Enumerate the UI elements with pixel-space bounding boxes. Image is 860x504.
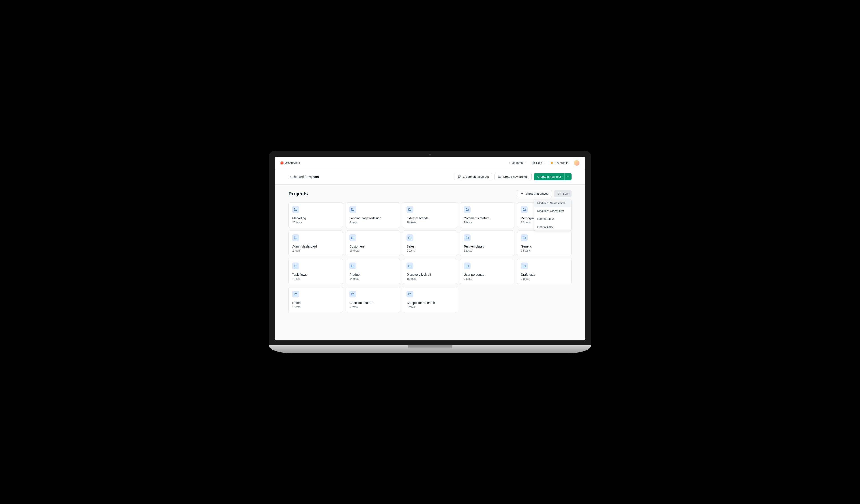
project-card[interactable]: Marketing20 tests xyxy=(288,202,343,228)
project-card-title: Task flows xyxy=(292,273,339,277)
chevron-down-icon xyxy=(524,162,526,164)
avatar[interactable] xyxy=(574,160,579,166)
project-card-title: Sales xyxy=(406,244,453,248)
sort-option[interactable]: Name: Z to A xyxy=(534,223,571,231)
project-card[interactable]: Discovery kick-off16 tests xyxy=(403,259,457,284)
help-menu[interactable]: Help xyxy=(532,161,546,164)
laptop-base xyxy=(269,345,591,353)
project-card-subtitle: 14 tests xyxy=(521,249,568,252)
content-actions: Show unarchived Sort Modified: Newest fi… xyxy=(517,190,572,197)
project-card[interactable]: Competitor research2 tests xyxy=(403,287,457,312)
project-card-subtitle: 4 tests xyxy=(349,221,396,224)
folder-icon xyxy=(464,206,471,213)
credits-indicator[interactable]: 100 credits xyxy=(551,161,569,164)
show-unarchived-label: Show unarchived xyxy=(526,192,549,195)
folder-icon xyxy=(292,263,299,269)
create-new-project-label: Create new project xyxy=(503,175,528,178)
status-dot-icon xyxy=(509,162,511,164)
project-card[interactable]: Admin dashboard2 tests xyxy=(288,231,343,256)
folder-icon xyxy=(406,234,413,241)
page-title: Projects xyxy=(288,191,308,197)
project-card-title: Product xyxy=(349,273,396,277)
project-card[interactable]: Customers16 tests xyxy=(346,231,400,256)
credits-label: 100 credits xyxy=(554,161,569,164)
project-card-subtitle: 2 tests xyxy=(292,249,339,252)
brand-logo-icon xyxy=(281,161,284,164)
create-new-project-button[interactable]: Create new project xyxy=(494,173,532,180)
topbar-right: Updates Help 100 credits xyxy=(509,160,579,166)
project-card[interactable]: Checkout feature6 tests xyxy=(346,287,400,312)
project-card[interactable]: Landing page redesign4 tests xyxy=(346,202,400,228)
laptop-bezel: UsabilityHub Updates Help xyxy=(269,151,591,345)
folder-icon xyxy=(292,291,299,297)
project-card-title: Customers xyxy=(349,244,396,248)
laptop-mockup: UsabilityHub Updates Help xyxy=(269,151,591,353)
project-card[interactable]: External brands18 tests xyxy=(403,202,457,228)
globe-icon xyxy=(532,161,535,164)
project-card[interactable]: Comments feature9 tests xyxy=(460,202,514,228)
folder-icon xyxy=(521,263,528,269)
svg-rect-3 xyxy=(459,175,460,177)
folder-icon xyxy=(464,263,471,269)
project-card[interactable]: Test templates1 tests xyxy=(460,231,514,256)
project-card-subtitle: 6 tests xyxy=(349,306,396,309)
updates-menu[interactable]: Updates xyxy=(509,161,526,164)
breadcrumb-current: Projects xyxy=(306,175,319,179)
credits-dot-icon xyxy=(551,162,553,164)
project-card-subtitle: 0 tests xyxy=(406,249,453,252)
project-card-title: User personas xyxy=(464,273,511,277)
project-card[interactable]: Generic14 tests xyxy=(517,231,572,256)
project-card-title: Competitor research xyxy=(406,301,453,305)
chevron-down-icon xyxy=(520,192,524,195)
project-card-title: Generic xyxy=(521,244,568,248)
project-card-subtitle: 18 tests xyxy=(406,221,453,224)
create-new-test-button[interactable]: Create a new test xyxy=(534,173,564,180)
content: Projects Show unarchived Sort Modified: … xyxy=(275,184,585,340)
project-card-subtitle: 16 tests xyxy=(406,277,453,280)
breadcrumb-root[interactable]: Dashboard xyxy=(288,175,304,179)
create-new-test-caret[interactable] xyxy=(564,173,572,180)
create-new-test-label: Create a new test xyxy=(537,175,561,178)
svg-rect-2 xyxy=(458,176,460,178)
project-card-title: Discovery kick-off xyxy=(406,273,453,277)
project-card-title: Admin dashboard xyxy=(292,244,339,248)
sort-option[interactable]: Modified: Oldest first xyxy=(534,207,571,215)
project-card[interactable]: Task flows7 tests xyxy=(288,259,343,284)
folder-icon xyxy=(349,291,356,297)
project-card-title: Landing page redesign xyxy=(349,217,396,220)
folder-plus-icon xyxy=(498,175,501,178)
sort-button[interactable]: Sort xyxy=(554,190,572,197)
project-card-title: Marketing xyxy=(292,217,339,220)
show-unarchived-button[interactable]: Show unarchived xyxy=(517,190,552,197)
sort-menu: Modified: Newest firstModified: Oldest f… xyxy=(534,199,572,231)
folder-icon xyxy=(349,263,356,269)
project-card[interactable]: User personas9 tests xyxy=(460,259,514,284)
project-card[interactable]: Sales0 tests xyxy=(403,231,457,256)
camera-icon xyxy=(429,154,431,155)
project-card[interactable]: Product14 tests xyxy=(346,259,400,284)
help-label: Help xyxy=(536,161,542,164)
updates-label: Updates xyxy=(512,161,522,164)
project-card-title: External brands xyxy=(406,217,453,220)
sort-label: Sort xyxy=(562,192,568,195)
project-card-subtitle: 9 tests xyxy=(464,221,511,224)
project-card-subtitle: 14 tests xyxy=(349,277,396,280)
project-card[interactable]: Demo1 tests xyxy=(288,287,343,312)
project-card-subtitle: 20 tests xyxy=(292,221,339,224)
project-card-subtitle: 2 tests xyxy=(406,306,453,309)
layers-icon xyxy=(458,175,461,178)
project-card-subtitle: 7 tests xyxy=(292,277,339,280)
create-variation-set-label: Create variation set xyxy=(463,175,489,178)
breadcrumb-separator: / xyxy=(304,175,306,179)
subbar: Dashboard / Projects Create variation se… xyxy=(275,169,585,184)
folder-icon xyxy=(292,206,299,213)
project-card-subtitle: 1 tests xyxy=(292,306,339,309)
brand[interactable]: UsabilityHub xyxy=(281,161,300,164)
sort-option[interactable]: Modified: Newest first xyxy=(534,199,571,207)
sort-option[interactable]: Name: A to Z xyxy=(534,215,571,223)
projects-grid: Marketing20 testsLanding page redesign4 … xyxy=(288,202,572,312)
create-variation-set-button[interactable]: Create variation set xyxy=(454,173,492,180)
folder-icon xyxy=(406,206,413,213)
project-card-subtitle: 0 tests xyxy=(521,277,568,280)
project-card[interactable]: Draft tests0 tests xyxy=(517,259,572,284)
